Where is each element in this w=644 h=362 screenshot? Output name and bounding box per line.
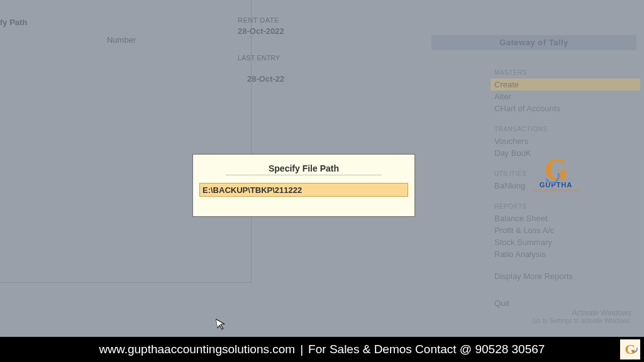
specify-file-path-dialog: Specify File Path bbox=[192, 154, 415, 217]
file-path-input[interactable] bbox=[199, 183, 408, 197]
dialog-title-underline bbox=[226, 175, 381, 175]
footer-website: www.gupthaaccountingsolutions.com bbox=[99, 343, 296, 356]
logo-sub-text: ACCOUNTING SOLUTIONS bbox=[531, 189, 581, 192]
footer-logo: G bbox=[620, 339, 640, 359]
footer-logo-swirl-icon bbox=[630, 344, 639, 353]
guptha-logo: G GUPTHA ACCOUNTING SOLUTIONS bbox=[531, 157, 581, 192]
footer-separator: | bbox=[300, 343, 303, 356]
footer-bar: www.gupthaaccountingsolutions.com | For … bbox=[0, 337, 644, 362]
footer-contact: For Sales & Demos Contact @ 90528 30567 bbox=[308, 343, 545, 356]
logo-g-icon: G bbox=[531, 157, 581, 182]
dialog-title: Specify File Path bbox=[193, 155, 414, 173]
logo-swirl-icon bbox=[543, 167, 562, 186]
footer-logo-g-icon: G bbox=[625, 341, 635, 358]
